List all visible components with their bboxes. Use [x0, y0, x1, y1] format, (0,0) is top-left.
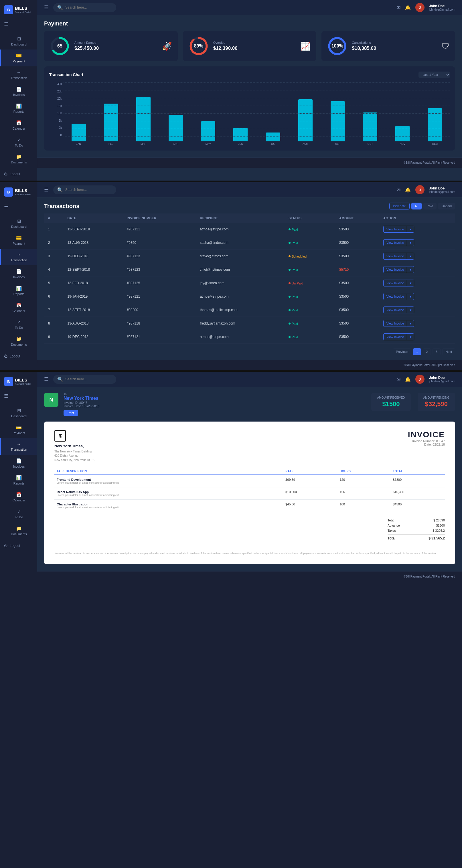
menu-icon-3[interactable]: ☰ [0, 390, 37, 402]
view-invoice-label[interactable]: View Invoice [383, 267, 407, 273]
mail-icon-3[interactable]: ✉ [397, 377, 400, 382]
sidebar-item-calender-3[interactable]: 📅 Calender [0, 489, 37, 505]
view-invoice-label[interactable]: View Invoice [383, 320, 407, 327]
sidebar-item-transaction-2[interactable]: ↔ Transaction [0, 249, 37, 265]
sidebar-item-documents[interactable]: 📁 Documents [0, 151, 37, 167]
bar-label-oct: OCT [368, 143, 373, 145]
view-invoice-dropdown[interactable]: ▼ [407, 320, 414, 327]
stat-card-cancellations: 100% Cancellations $18,385.00 🛡 [321, 31, 455, 61]
view-invoice-label[interactable]: View Invoice [383, 226, 407, 232]
bar-group-nov: NOV [388, 126, 418, 145]
sidebar-item-todo-2[interactable]: ✓ To Do [0, 316, 37, 333]
bell-icon-3[interactable]: 🔔 [405, 377, 411, 382]
view-invoice-dropdown[interactable]: ▼ [407, 226, 414, 232]
view-invoice-dropdown[interactable]: ▼ [407, 293, 414, 300]
topbar-menu-icon[interactable]: ☰ [44, 4, 49, 10]
filter-pickdate[interactable]: Pick date [389, 203, 410, 210]
view-invoice-button[interactable]: View Invoice ▼ [383, 226, 414, 233]
item-task: Frontend Development Lorem ipsum dolor s… [54, 475, 283, 487]
invoice-line-item: React Native IOS App Lorem ipsum dolor s… [54, 487, 445, 500]
cell-status: Paid [284, 263, 335, 276]
view-invoice-button[interactable]: View Invoice ▼ [383, 253, 414, 259]
view-invoice-button[interactable]: View Invoice ▼ [383, 266, 414, 273]
sidebar-item-dashboard-2[interactable]: ⊞ Dashboard [0, 215, 37, 232]
item-total: $4500 [391, 500, 445, 512]
view-invoice-button[interactable]: View Invoice ▼ [383, 307, 414, 313]
bell-icon[interactable]: 🔔 [405, 5, 411, 10]
sidebar-item-invoices-3[interactable]: 📄 Invoices [0, 455, 37, 472]
view-invoice-dropdown[interactable]: ▼ [407, 334, 414, 340]
sidebar-item-payment[interactable]: 💳 Payment [0, 50, 37, 66]
view-invoice-dropdown[interactable]: ▼ [407, 267, 414, 273]
sidebar-item-payment-3[interactable]: 💳 Payment [0, 421, 37, 438]
search-bar[interactable]: 🔍 [53, 3, 116, 12]
search-input-2[interactable] [65, 188, 112, 192]
view-invoice-label[interactable]: View Invoice [383, 280, 407, 286]
stat-info-cancellations: Cancellations $18,385.00 [352, 41, 376, 51]
bar-group-jun: JUN [225, 128, 256, 145]
mail-icon[interactable]: ✉ [397, 5, 400, 10]
page-2[interactable]: 2 [423, 348, 431, 355]
bell-icon-2[interactable]: 🔔 [405, 187, 411, 193]
view-invoice-button[interactable]: View Invoice ▼ [383, 239, 414, 246]
view-invoice-button[interactable]: View Invoice ▼ [383, 320, 414, 327]
view-invoice-label[interactable]: View Invoice [383, 293, 407, 300]
sidebar-item-dashboard[interactable]: ⊞ Dashboard [0, 33, 37, 50]
search-bar-3[interactable]: 🔍 [53, 375, 116, 384]
sidebar-item-invoices[interactable]: 📄 Invoices [0, 83, 37, 100]
sidebar-item-calender-2[interactable]: 📅 Calender [0, 299, 37, 316]
view-invoice-dropdown[interactable]: ▼ [407, 307, 414, 313]
sidebar-item-reports[interactable]: 📊 Reports [0, 100, 37, 117]
prev-page[interactable]: Previous [393, 348, 411, 355]
print-button[interactable]: Print [64, 410, 78, 416]
user-info-3: John Doe johndoe@gmail.com [429, 376, 455, 383]
search-bar-2[interactable]: 🔍 [53, 185, 116, 194]
sidebar-item-documents-2[interactable]: 📁 Documents [0, 333, 37, 350]
mail-icon-2[interactable]: ✉ [397, 187, 400, 193]
view-invoice-dropdown[interactable]: ▼ [407, 240, 414, 246]
logout-button-2[interactable]: ⏻ Logout [0, 350, 37, 363]
cell-status: Un-Paid [284, 276, 335, 290]
cell-num: 1 [44, 223, 63, 236]
view-invoice-label[interactable]: View Invoice [383, 334, 407, 340]
page-3[interactable]: 3 [433, 348, 440, 355]
topbar-menu-icon-2[interactable]: ☰ [44, 187, 49, 193]
page-1[interactable]: 1 [413, 348, 421, 355]
sidebar-item-reports-3[interactable]: 📊 Reports [0, 472, 37, 489]
sidebar-item-reports-2[interactable]: 📊 Reports [0, 282, 37, 299]
menu-icon-2[interactable]: ☰ [0, 200, 37, 213]
cell-num: 8 [44, 317, 63, 330]
view-invoice-label[interactable]: View Invoice [383, 253, 407, 259]
menu-icon[interactable]: ☰ [0, 18, 37, 30]
view-invoice-dropdown[interactable]: ▼ [407, 253, 414, 259]
sidebar-item-todo-3[interactable]: ✓ To Do [0, 505, 37, 522]
filter-paid[interactable]: Paid [423, 203, 436, 210]
logo-icon-3: B [4, 377, 13, 386]
view-invoice-button[interactable]: View Invoice ▼ [383, 280, 414, 286]
sidebar-item-transaction[interactable]: ↔ Transaction [0, 66, 37, 83]
logout-label: Logout [10, 172, 20, 176]
next-page[interactable]: Next [442, 348, 455, 355]
sidebar-item-transaction-3[interactable]: ↔ Transaction [0, 438, 37, 455]
filter-unpaid[interactable]: Unpaid [438, 203, 455, 210]
view-invoice-label[interactable]: View Invoice [383, 307, 407, 313]
logout-button[interactable]: ⏻ Logout [0, 167, 37, 181]
sidebar-item-dashboard-3[interactable]: ⊞ Dashboard [0, 404, 37, 421]
view-invoice-dropdown[interactable]: ▼ [407, 280, 414, 286]
filter-all[interactable]: All [411, 203, 422, 210]
view-invoice-label[interactable]: View Invoice [383, 240, 407, 246]
logout-button-3[interactable]: ⏻ Logout [0, 539, 37, 552]
invoice-date: Invoice Date : 02/29/2018 [64, 404, 366, 408]
sidebar-item-documents-3[interactable]: 📁 Documents [0, 522, 37, 539]
search-input[interactable] [65, 5, 112, 9]
bar-label-apr: APR [173, 143, 179, 145]
sidebar-item-todo[interactable]: ✓ To Do [0, 134, 37, 151]
sidebar-item-payment-2[interactable]: 💳 Payment [0, 232, 37, 249]
view-invoice-button[interactable]: View Invoice ▼ [383, 293, 414, 300]
sidebar-item-calender[interactable]: 📅 Calender [0, 117, 37, 134]
search-input-3[interactable] [65, 377, 112, 381]
view-invoice-button[interactable]: View Invoice ▼ [383, 333, 414, 340]
topbar-menu-icon-3[interactable]: ☰ [44, 376, 49, 382]
sidebar-item-invoices-2[interactable]: 📄 Invoices [0, 265, 37, 282]
chart-filter-select[interactable]: Last 1 Year Last 6 Months Last 3 Months [419, 71, 450, 78]
